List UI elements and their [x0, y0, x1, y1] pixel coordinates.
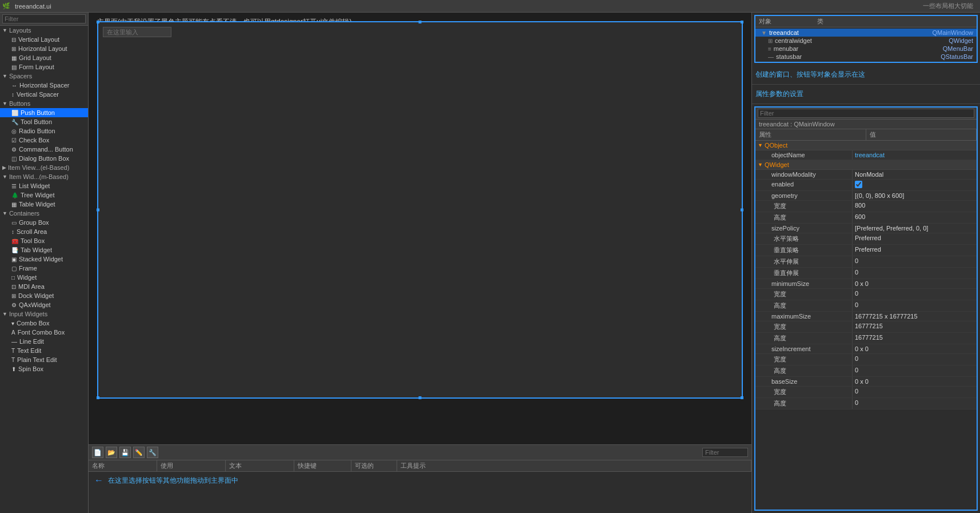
sidebar-item-dock-widget[interactable]: ⊞ Dock Widget — [0, 291, 88, 300]
prop-value-baseheight[interactable]: 0 — [853, 398, 977, 409]
resize-handle-tm[interactable] — [419, 21, 422, 23]
sidebar-item-widget[interactable]: □ Widget — [0, 273, 88, 282]
sidebar-item-horizontal-layout[interactable]: ⊞ Horizontal Layout — [0, 44, 88, 53]
category-buttons[interactable]: ▼ Buttons — [0, 99, 88, 108]
prop-value-minimumsize[interactable]: 0 x 0 — [853, 279, 977, 288]
sidebar-filter-input[interactable] — [2, 14, 86, 23]
prop-value-maxheight[interactable]: 16777215 — [853, 333, 977, 344]
prop-section-qwidget-header[interactable]: ▼ QWidget — [755, 160, 977, 170]
object-tree-item-statusbar[interactable]: — statusbar QStatusBar — [755, 53, 977, 61]
prop-name-incwidth: 宽度 — [755, 354, 853, 365]
object-col-header-name: 对象 — [759, 17, 771, 26]
sidebar-item-dialog-button-box[interactable]: ◫ Dialog Button Box — [0, 154, 88, 163]
property-panel: treeandcat : QMainWindow 属性 值 ▼ QObject … — [754, 106, 978, 511]
bottom-btn-edit[interactable]: ✏️ — [133, 447, 145, 458]
prop-value-objectname[interactable]: treeandcat — [853, 150, 977, 160]
category-item-views[interactable]: ▶ Item View...(el-Based) — [0, 163, 88, 172]
prop-filter-input[interactable] — [758, 109, 974, 118]
sidebar-item-scroll-area[interactable]: ↕ Scroll Area — [0, 227, 88, 236]
prop-value-windowmodality[interactable]: NonModal — [853, 170, 977, 179]
sidebar-item-tool-box[interactable]: 🧰 Tool Box — [0, 236, 88, 245]
bottom-btn-open[interactable]: 📂 — [106, 447, 117, 458]
category-spacers[interactable]: ▼ Spacers — [0, 71, 88, 81]
resize-handle-tl[interactable] — [97, 21, 99, 23]
prop-value-width1[interactable]: 800 — [853, 201, 977, 212]
object-tree-item-centralwidget[interactable]: ⊞ centralwidget QWidget — [755, 37, 977, 45]
sidebar-item-list-widget[interactable]: ☰ List Widget — [0, 181, 88, 190]
sidebar-item-label: List Widget — [19, 182, 50, 189]
prop-value-vpolicy[interactable]: Preferred — [853, 245, 977, 256]
object-tree-item-treeandcat[interactable]: ▼ treeandcat QMainWindow — [755, 29, 977, 37]
sidebar-item-command-button[interactable]: ⚙ Command... Button — [0, 145, 88, 154]
sidebar-item-tool-button[interactable]: 🔧 Tool Button — [0, 117, 88, 126]
prop-name-incheight: 高度 — [755, 365, 853, 376]
sidebar-item-combo-box[interactable]: ▾ Combo Box — [0, 319, 88, 328]
enabled-checkbox[interactable] — [855, 181, 862, 188]
sidebar-item-spin-box[interactable]: ⬆ Spin Box — [0, 364, 88, 373]
prop-context: treeandcat : QMainWindow — [755, 120, 977, 129]
category-item-widgets[interactable]: ▼ Item Wid...(m-Based) — [0, 172, 88, 181]
prop-value-vstretch[interactable]: 0 — [853, 268, 977, 279]
sidebar-item-check-box[interactable]: ☑ Check Box — [0, 136, 88, 145]
resize-handle-tr[interactable] — [741, 21, 743, 23]
prop-value-height1[interactable]: 600 — [853, 212, 977, 223]
prop-value-sizeincrement[interactable]: 0 x 0 — [853, 344, 977, 353]
sidebar-item-plain-text-edit[interactable]: T Plain Text Edit — [0, 355, 88, 364]
prop-section-qobject-header[interactable]: ▼ QObject — [755, 141, 977, 150]
horizontal-spacer-icon: ↔ — [11, 82, 17, 89]
sidebar-item-line-edit[interactable]: — Line Edit — [0, 337, 88, 346]
prop-value-maximumsize[interactable]: 16777215 x 16777215 — [853, 312, 977, 321]
toolbar-hint: 一些布局相大切能 — [923, 2, 973, 10]
prop-value-enabled[interactable] — [853, 180, 977, 190]
sidebar-item-text-edit[interactable]: T Text Edit — [0, 346, 88, 355]
canvas-text-input[interactable] — [103, 27, 171, 37]
object-tree: ▼ treeandcat QMainWindow ⊞ centralwidget… — [755, 27, 977, 62]
prop-value-incheight[interactable]: 0 — [853, 365, 977, 376]
category-containers[interactable]: ▼ Containers — [0, 209, 88, 218]
sidebar-item-tree-widget[interactable]: 🌲 Tree Widget — [0, 190, 88, 200]
sidebar-item-radio-button[interactable]: ◎ Radio Button — [0, 126, 88, 136]
resize-handle-mr[interactable] — [741, 209, 743, 212]
app-icon: 🌿 — [2, 2, 10, 10]
sidebar-item-qaxwidget[interactable]: ⚙ QAxWidget — [0, 300, 88, 309]
prop-value-incwidth[interactable]: 0 — [853, 354, 977, 365]
object-tree-item-menubar[interactable]: ≡ menubar QMenuBar — [755, 45, 977, 53]
bottom-btn-save[interactable]: 💾 — [119, 447, 131, 458]
sidebar-item-label: Line Edit — [19, 338, 44, 345]
sidebar-item-vertical-spacer[interactable]: ↕ Vertical Spacer — [0, 90, 88, 99]
prop-value-sizepolicy[interactable]: [Preferred, Preferred, 0, 0] — [853, 224, 977, 233]
command-button-icon: ⚙ — [11, 146, 17, 153]
prop-value-basesize[interactable]: 0 x 0 — [853, 377, 977, 386]
sidebar-item-vertical-layout[interactable]: ⊟ Vertical Layout — [0, 35, 88, 44]
object-panel-header: 对象 类 — [755, 16, 977, 27]
sidebar-item-mdi-area[interactable]: ⊡ MDI Area — [0, 282, 88, 291]
sidebar-item-stacked-widget[interactable]: ▣ Stacked Widget — [0, 254, 88, 264]
bottom-btn-new[interactable]: 📄 — [92, 447, 103, 458]
prop-value-maxwidth[interactable]: 16777215 — [853, 321, 977, 332]
resize-handle-br[interactable] — [741, 396, 743, 399]
resize-handle-ml[interactable] — [97, 209, 99, 212]
sidebar-item-form-layout[interactable]: ▤ Form Layout — [0, 62, 88, 71]
sidebar-item-label: Widget — [17, 274, 37, 281]
bottom-btn-tool[interactable]: 🔧 — [147, 447, 158, 458]
canvas-frame[interactable] — [97, 21, 743, 399]
prop-value-hpolicy[interactable]: Preferred — [853, 233, 977, 244]
prop-value-geometry[interactable]: [(0, 0), 800 x 600] — [853, 191, 977, 200]
sidebar-item-grid-layout[interactable]: ▦ Grid Layout — [0, 53, 88, 62]
sidebar-item-tab-widget[interactable]: 📑 Tab Widget — [0, 245, 88, 254]
sidebar-item-push-button[interactable]: ⬜ Push Button — [0, 108, 88, 117]
bottom-filter-input[interactable] — [702, 448, 748, 457]
sidebar-item-horizontal-spacer[interactable]: ↔ Horizontal Spacer — [0, 81, 88, 90]
prop-value-minheight[interactable]: 0 — [853, 300, 977, 311]
sidebar-item-table-widget[interactable]: ▦ Table Widget — [0, 200, 88, 209]
prop-value-basewidth[interactable]: 0 — [853, 387, 977, 397]
sidebar-item-frame[interactable]: ▢ Frame — [0, 264, 88, 273]
resize-handle-bl[interactable] — [97, 396, 99, 399]
prop-value-hstretch[interactable]: 0 — [853, 256, 977, 267]
category-layouts[interactable]: ▼ Layouts — [0, 26, 88, 35]
sidebar-item-font-combo-box[interactable]: A Font Combo Box — [0, 328, 88, 337]
prop-value-minwidth[interactable]: 0 — [853, 289, 977, 300]
resize-handle-bm[interactable] — [419, 396, 422, 399]
category-input-widgets[interactable]: ▼ Input Widgets — [0, 309, 88, 319]
sidebar-item-group-box[interactable]: ▭ Group Box — [0, 218, 88, 227]
